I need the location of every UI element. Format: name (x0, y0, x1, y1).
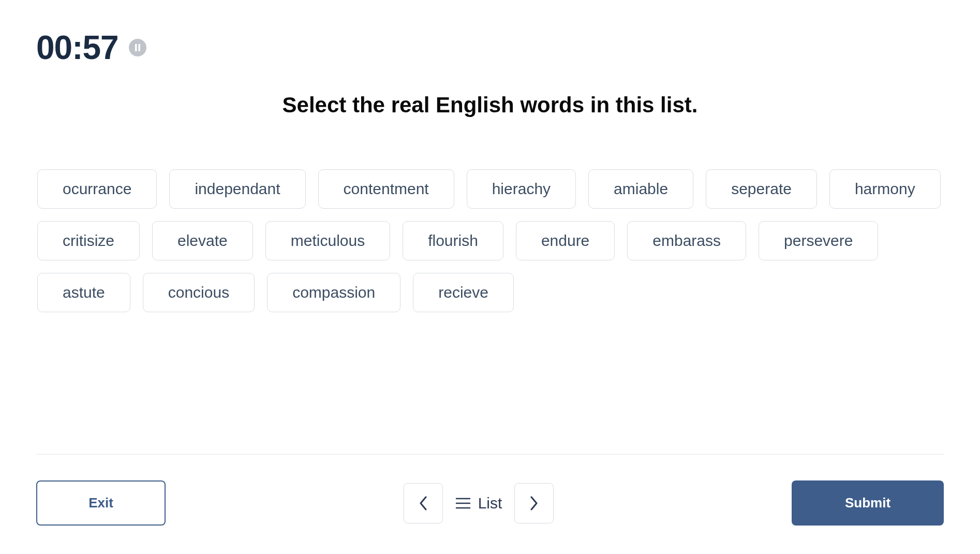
word-chip[interactable]: compassion (267, 273, 400, 312)
list-button[interactable]: List (455, 494, 502, 512)
word-chip[interactable]: persevere (759, 221, 878, 260)
word-chip[interactable]: endure (516, 221, 615, 260)
word-grid: ocurrance independant contentment hierac… (36, 169, 944, 312)
word-chip[interactable]: concious (143, 273, 255, 312)
word-chip[interactable]: ocurrance (37, 169, 157, 209)
word-chip[interactable]: embarass (627, 221, 746, 260)
word-chip[interactable]: critisize (37, 221, 140, 260)
word-chip[interactable]: meticulous (265, 221, 390, 260)
exit-button[interactable]: Exit (36, 480, 166, 526)
timer-row: 00:57 (36, 28, 944, 67)
nav-group: List (404, 483, 554, 523)
svg-rect-1 (138, 44, 140, 51)
word-chip[interactable]: hierachy (467, 169, 576, 209)
pause-icon (135, 44, 141, 51)
footer-divider (36, 454, 944, 455)
word-chip[interactable]: amiable (588, 169, 693, 209)
word-chip[interactable]: seperate (706, 169, 817, 209)
pause-button[interactable] (129, 39, 146, 56)
prev-button[interactable] (404, 483, 443, 523)
submit-button[interactable]: Submit (792, 480, 944, 526)
question-prompt: Select the real English words in this li… (36, 93, 944, 118)
word-chip[interactable]: contentment (318, 169, 454, 209)
timer-display: 00:57 (36, 28, 118, 67)
svg-rect-0 (135, 44, 137, 51)
word-chip[interactable]: elevate (152, 221, 253, 260)
footer-controls: Exit List (36, 480, 944, 526)
next-button[interactable] (514, 483, 554, 523)
chevron-left-icon (419, 496, 428, 511)
word-chip[interactable]: independant (169, 169, 305, 209)
chevron-right-icon (529, 496, 539, 511)
word-chip[interactable]: recieve (413, 273, 514, 312)
word-chip[interactable]: harmony (829, 169, 941, 209)
word-chip[interactable]: astute (37, 273, 130, 312)
word-chip[interactable]: flourish (403, 221, 503, 260)
footer: Exit List (36, 454, 944, 526)
list-button-label: List (478, 494, 502, 512)
list-icon (455, 497, 471, 509)
